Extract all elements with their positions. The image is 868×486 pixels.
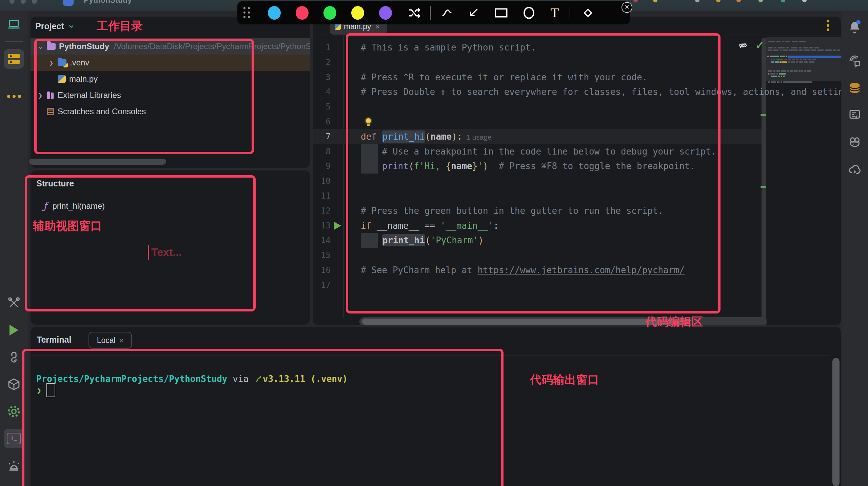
settings-sync-button[interactable] [4,402,24,421]
minimap-segment [812,59,816,60]
minimap-segment [773,49,778,51]
problems-button[interactable] [4,456,24,475]
minimap-segment [794,70,797,72]
annotation-label-terminal[interactable]: 代码输出窗口 [530,372,599,388]
ellipse-icon [522,6,536,20]
ellipse-tool-button[interactable] [521,6,537,20]
status-orange-icon [736,0,741,2]
terminal-vscrollbar[interactable] [832,358,840,486]
minimap-segment [768,47,773,48]
project-hscrollbar[interactable] [29,159,166,165]
minimap-segment [776,73,778,75]
line-number: 13 [313,218,331,233]
minimap-segment [837,49,840,51]
tools-icon [7,296,21,310]
minimap-segment [777,81,780,83]
annotation-close-button[interactable]: ✕ [622,2,632,13]
toolbar-drag-handle[interactable] [243,7,252,19]
editor-options-kebab[interactable] [825,20,831,33]
status-yellow-icon [653,0,657,2]
run-button[interactable] [4,320,24,340]
project-structure-icon [8,54,20,64]
minimap-segment [798,70,801,72]
minimap-segment [775,61,780,63]
terminal-tool-window-button[interactable]: ❯_ [4,429,24,448]
minimap-segment [799,49,803,51]
minimap-segment [792,41,798,42]
line-number: 12 [313,203,331,218]
line-number: 10 [313,174,331,188]
sidebar-divider [5,41,23,42]
terminal-tab-close-icon[interactable]: × [120,337,124,344]
python-console-button[interactable] [4,347,24,367]
remote-device-button[interactable] [4,15,24,34]
scrollbar-mark [761,186,766,188]
shuffle-icon [407,6,421,20]
annotation-label-structure[interactable]: 辅助视图窗口 [33,218,102,234]
color-red-button[interactable] [296,6,309,20]
eraser-tool-button[interactable] [580,6,596,20]
traffic-light-zoom-icon[interactable] [32,0,37,4]
run-gutter-icon[interactable] [334,222,341,230]
database-button[interactable] [845,79,865,98]
color-blue-button[interactable] [268,6,281,20]
minimap-segment [804,61,808,63]
annotation-rect-structure[interactable] [25,175,256,311]
status-gray-c-icon [695,0,699,2]
terminal-tab-label: Local [97,336,116,345]
color-yellow-button[interactable] [351,6,364,20]
editor-vscrollbar[interactable] [762,38,766,320]
editor-hscrollbar-thumb[interactable] [362,319,689,325]
traffic-light-minimize-icon[interactable] [21,0,26,4]
annotation-label-project[interactable]: 工作目录 [97,18,143,34]
color-green-button[interactable] [323,6,336,20]
cloud-shell-button[interactable] [845,160,865,179]
minimap-segment [800,59,802,60]
documentation-button[interactable] [845,105,865,124]
ai-chat-button[interactable] [845,52,865,71]
minimap-segment [788,56,841,58]
arrow-tool-button[interactable] [465,6,481,20]
build-tools-button[interactable] [4,293,24,313]
annotation-text-input[interactable]: Text... [151,246,182,259]
minimap-segment [799,61,803,63]
rectangle-tool-button[interactable] [492,6,510,20]
project-tool-window-button[interactable] [4,49,24,69]
terminal-tab-local[interactable]: Local × [88,332,132,349]
annotation-rect-terminal[interactable] [22,349,504,486]
rectangle-icon [494,6,509,20]
ai-assistant-button[interactable] [845,133,865,151]
minimap[interactable] [766,37,841,81]
inspection-widget[interactable]: ✓ [738,39,764,51]
line-number: 6 [313,114,331,129]
text-tool-button[interactable]: T [547,6,562,20]
annotation-label-editor[interactable]: 代码编辑区 [645,314,703,330]
minimap-segment [782,41,784,42]
line-number: 17 [313,278,331,292]
color-purple-button[interactable] [379,6,392,20]
minimap-segment [803,59,807,60]
status-gold-icon [716,0,721,2]
eraser-icon [581,6,595,20]
minimap-segment [791,47,797,48]
window-title: PythonStudy [84,0,132,5]
notifications-button[interactable] [845,17,865,36]
minimap-segment [796,61,798,63]
minimap-segment [770,73,775,75]
annotation-rect-project[interactable] [34,39,254,154]
curve-tool-button[interactable] [439,6,455,20]
more-tool-windows-button[interactable] [4,86,24,106]
project-panel-header[interactable]: Project [35,21,75,31]
minimap-segment [768,70,772,72]
package-icon [7,377,21,391]
editor-hscrollbar[interactable] [359,317,767,325]
annotation-rect-editor[interactable] [346,33,721,313]
minimap-segment [796,59,799,60]
traffic-light-close-icon[interactable] [9,0,15,4]
minimap-segment [788,59,791,60]
minimap-segment [785,59,787,60]
minimap-segment [767,56,769,57]
status-red-icon [633,0,638,2]
python-packages-button[interactable] [4,374,24,394]
shuffle-tool-button[interactable] [406,6,422,20]
